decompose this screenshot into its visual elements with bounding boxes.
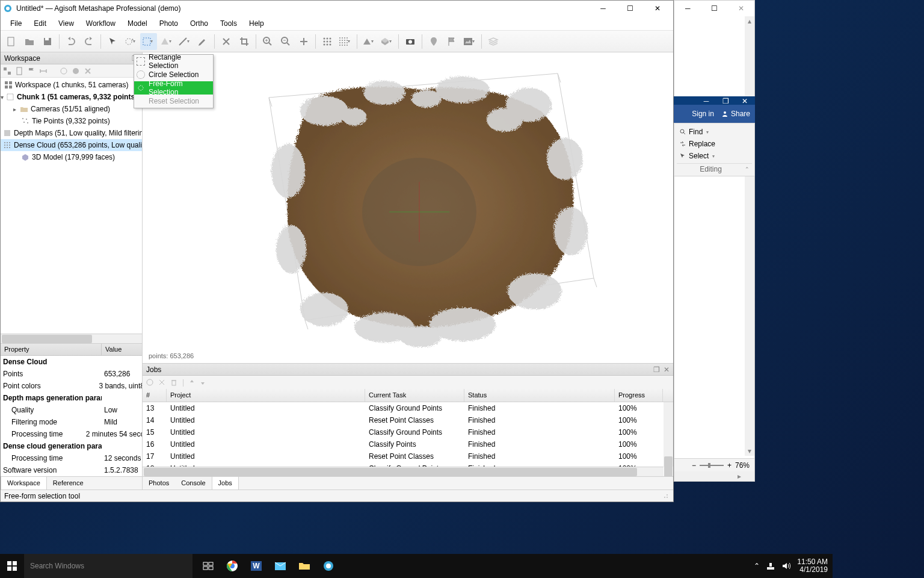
word-zoom-out[interactable]: − xyxy=(692,461,696,470)
add-scalebar-icon[interactable] xyxy=(39,67,48,75)
add-marker-icon[interactable] xyxy=(27,67,35,75)
word-signin-link[interactable]: Sign in xyxy=(692,110,714,118)
property-row[interactable]: Filtering modeMild xyxy=(1,416,142,428)
workspace-tree[interactable]: Workspace (1 chunks, 51 cameras) ▾ Chunk… xyxy=(1,78,142,334)
property-row[interactable]: Depth maps generation parameters xyxy=(1,392,142,404)
zoom-in-button[interactable] xyxy=(259,33,276,50)
properties-header[interactable]: Property Value xyxy=(1,344,142,356)
word-horizontal-scrollbar[interactable]: ▸ xyxy=(674,471,754,481)
workspace-panel-header[interactable]: Workspace ❐ xyxy=(1,52,142,64)
new-button[interactable] xyxy=(3,33,20,50)
menu-help[interactable]: Help xyxy=(243,17,270,30)
image-button[interactable]: ▾ xyxy=(461,33,478,50)
show-dense-button[interactable]: ▾ xyxy=(337,33,354,50)
word-select-button[interactable]: Select▾ xyxy=(677,150,752,162)
job-row[interactable]: 15UntitledClassify Ground PointsFinished… xyxy=(143,426,673,438)
tab-jobs[interactable]: Jobs xyxy=(212,476,239,489)
jobs-cancel-icon[interactable] xyxy=(158,379,165,386)
word-close-button[interactable]: ✕ xyxy=(728,1,754,16)
word-zoom-slider[interactable] xyxy=(700,465,724,466)
titlebar[interactable]: Untitled* — Agisoft Metashape Profession… xyxy=(1,1,673,16)
tree-3dmodel[interactable]: 3D Model (179,999 faces) xyxy=(1,151,142,163)
tab-photos[interactable]: Photos xyxy=(143,477,175,489)
word-restore-icon[interactable]: ❐ xyxy=(716,97,735,104)
property-row[interactable]: QualityLow xyxy=(1,404,142,416)
save-button[interactable] xyxy=(39,33,56,50)
reset-view-button[interactable] xyxy=(295,33,312,50)
word-min-icon[interactable]: ─ xyxy=(697,97,715,104)
tray-chevron-icon[interactable]: ⌃ xyxy=(754,562,760,570)
measure-button[interactable]: ▾ xyxy=(176,33,193,50)
tray-clock[interactable]: 11:50 AM 4/1/2019 xyxy=(797,558,828,574)
taskbar-explorer[interactable] xyxy=(292,554,316,578)
open-button[interactable] xyxy=(21,33,38,50)
tab-workspace[interactable]: Workspace xyxy=(1,476,47,489)
jobs-vscrollbar[interactable] xyxy=(664,402,673,467)
maximize-button[interactable]: ☐ xyxy=(617,1,644,16)
property-row[interactable]: Processing time12 seconds xyxy=(1,452,142,464)
tree-workspace-root[interactable]: Workspace (1 chunks, 51 cameras) xyxy=(1,79,142,91)
property-row[interactable]: Point colors3 bands, uint8 xyxy=(1,380,142,392)
show-cameras-button[interactable] xyxy=(319,33,336,50)
crop-button[interactable] xyxy=(236,33,253,50)
3d-viewport[interactable]: Y X points: 653,286 xyxy=(143,52,673,363)
job-row[interactable]: 17UntitledReset Point ClassesFinished100… xyxy=(143,450,673,462)
tab-console[interactable]: Console xyxy=(175,477,211,489)
jobs-close-icon[interactable]: ✕ xyxy=(664,365,670,374)
camera-button[interactable] xyxy=(402,33,419,50)
delete-button[interactable] xyxy=(218,33,235,50)
navigate-button[interactable] xyxy=(104,33,121,50)
word-collapse-ribbon-icon[interactable]: ⌃ xyxy=(745,166,750,172)
menu-photo[interactable]: Photo xyxy=(153,17,184,30)
remove-icon[interactable] xyxy=(84,67,92,75)
show-model-button[interactable]: ▾ xyxy=(360,33,377,50)
property-row[interactable]: Dense Cloud xyxy=(1,356,142,368)
property-row[interactable]: Software version1.5.2.7838 xyxy=(1,464,142,476)
jobs-up-icon[interactable] xyxy=(189,379,195,386)
job-row[interactable]: 14UntitledReset Point ClassesFinished100… xyxy=(143,414,673,426)
zoom-out-button[interactable] xyxy=(277,33,294,50)
markers-button[interactable] xyxy=(425,33,442,50)
tree-tiepoints[interactable]: Tie Points (9,332 points) xyxy=(1,115,142,127)
menu-edit[interactable]: Edit xyxy=(28,17,52,30)
jobs-delete-icon[interactable] xyxy=(170,379,177,386)
tree-cameras[interactable]: ▸ Cameras (51/51 aligned) xyxy=(1,103,142,115)
word-close-icon[interactable]: ✕ xyxy=(736,97,754,104)
dropdown-rectangle-selection[interactable]: Rectangle Selection xyxy=(134,55,213,68)
task-view-button[interactable] xyxy=(196,554,220,578)
draw-button[interactable] xyxy=(194,33,211,50)
menu-file[interactable]: File xyxy=(4,17,28,30)
taskbar-chrome[interactable] xyxy=(220,554,244,578)
start-button[interactable] xyxy=(0,554,24,578)
word-zoom-in[interactable]: + xyxy=(727,461,732,470)
menu-ortho[interactable]: Ortho xyxy=(184,17,214,30)
show-ortho-button[interactable]: ▾ xyxy=(378,33,395,50)
rotate-button[interactable]: ▾ xyxy=(122,33,139,50)
disable-icon[interactable] xyxy=(72,67,80,75)
menu-model[interactable]: Model xyxy=(122,17,153,30)
jobs-play-icon[interactable] xyxy=(146,379,153,386)
menu-view[interactable]: View xyxy=(52,17,80,30)
col-task[interactable]: Current Task xyxy=(365,389,464,402)
jobs-dock-icon[interactable]: ❐ xyxy=(653,365,660,374)
taskbar-metashape[interactable] xyxy=(316,554,340,578)
word-replace-button[interactable]: Replace xyxy=(677,138,752,150)
jobs-hscrollbar[interactable] xyxy=(143,467,664,476)
dropdown-freeform-selection[interactable]: Free-Form Selection xyxy=(134,81,213,95)
jobs-down-icon[interactable] xyxy=(200,379,206,386)
minimize-button[interactable]: ─ xyxy=(590,1,617,16)
taskbar-search[interactable]: Search Windows xyxy=(24,554,192,578)
tray-network-icon[interactable] xyxy=(766,561,775,571)
word-vertical-scrollbar[interactable]: ▴ ▾ xyxy=(745,16,754,456)
layers-button[interactable] xyxy=(485,33,502,50)
flag-button[interactable] xyxy=(443,33,460,50)
tree-hscrollbar[interactable] xyxy=(1,334,142,343)
col-progress[interactable]: Progress xyxy=(615,389,663,402)
taskbar-word[interactable]: W xyxy=(244,554,268,578)
jobs-table-header[interactable]: # Project Current Task Status Progress xyxy=(143,389,673,402)
col-status[interactable]: Status xyxy=(464,389,615,402)
word-editing-group[interactable]: Editing ⌃ xyxy=(677,163,752,173)
selection-tool-button[interactable]: ▾ xyxy=(140,33,157,50)
jobs-header[interactable]: Jobs ❐ ✕ xyxy=(143,364,673,376)
tree-chunk[interactable]: ▾ Chunk 1 (51 cameras, 9,332 points) [R] xyxy=(1,91,142,103)
